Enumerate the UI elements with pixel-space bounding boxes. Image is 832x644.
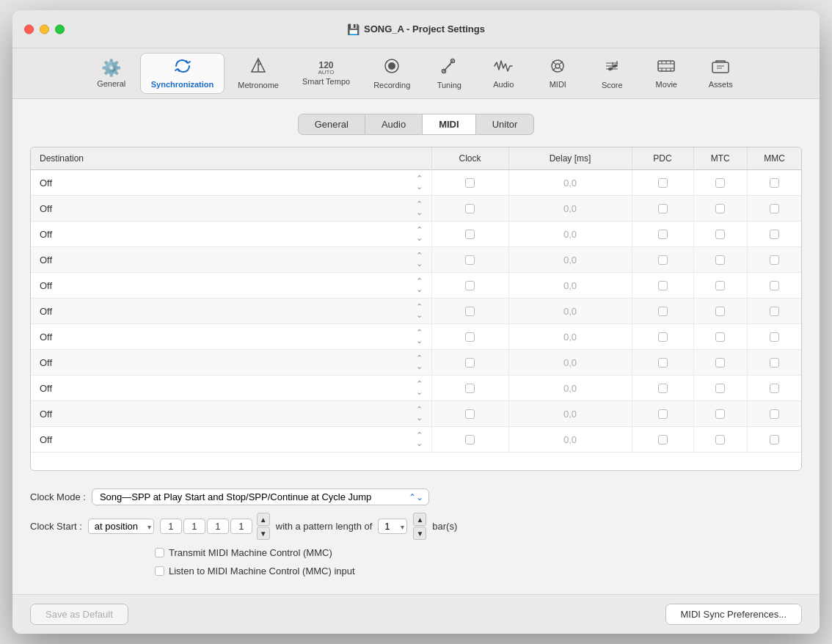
movie-icon xyxy=(657,58,676,78)
traffic-lights xyxy=(24,24,65,34)
delay-cell: 0,0 xyxy=(508,247,632,273)
pdc-checkbox[interactable] xyxy=(658,307,668,316)
transmit-mmc-checkbox[interactable] xyxy=(155,548,164,557)
mtc-checkbox[interactable] xyxy=(715,332,725,342)
destination-stepper[interactable]: ⌃⌄ xyxy=(416,380,423,396)
toolbar-item-metronome[interactable]: Metronome xyxy=(227,53,289,94)
clock-checkbox[interactable] xyxy=(465,435,475,444)
clock-checkbox[interactable] xyxy=(465,255,475,265)
pdc-checkbox[interactable] xyxy=(658,332,668,342)
mtc-checkbox[interactable] xyxy=(715,281,725,290)
zoom-button[interactable] xyxy=(55,24,65,34)
toolbar-item-movie[interactable]: Movie xyxy=(641,54,692,93)
clock-mode-select[interactable]: Song—SPP at Play Start and Stop/SPP/Cont… xyxy=(92,489,429,505)
mtc-checkbox[interactable] xyxy=(715,255,725,265)
destination-stepper[interactable]: ⌃⌄ xyxy=(416,431,423,447)
svg-rect-29 xyxy=(712,62,729,73)
mtc-checkbox[interactable] xyxy=(715,178,725,188)
mtc-checkbox[interactable] xyxy=(715,358,725,367)
mmc-checkbox[interactable] xyxy=(770,358,779,367)
mtc-checkbox[interactable] xyxy=(715,384,725,393)
subtab-audio[interactable]: Audio xyxy=(365,114,423,135)
position-up-btn[interactable]: ▲ xyxy=(257,513,270,526)
mmc-checkbox[interactable] xyxy=(770,178,779,188)
minimize-button[interactable] xyxy=(40,24,49,34)
pdc-checkbox[interactable] xyxy=(658,204,668,213)
destination-stepper[interactable]: ⌃⌄ xyxy=(416,200,423,216)
destination-value: Off xyxy=(40,203,52,214)
clock-mode-label: Clock Mode : xyxy=(30,491,86,502)
mmc-checkbox[interactable] xyxy=(770,230,779,239)
clock-checkbox[interactable] xyxy=(465,358,475,367)
destination-stepper[interactable]: ⌃⌄ xyxy=(416,303,423,319)
clock-checkbox[interactable] xyxy=(465,384,475,393)
pdc-checkbox[interactable] xyxy=(658,178,668,188)
position-down-btn[interactable]: ▼ xyxy=(257,527,270,540)
mmc-checkbox[interactable] xyxy=(770,384,779,393)
mmc-checkbox[interactable] xyxy=(770,281,779,290)
destination-stepper[interactable]: ⌃⌄ xyxy=(416,277,423,293)
delay-cell: 0,0 xyxy=(508,350,632,376)
pdc-checkbox[interactable] xyxy=(658,281,668,290)
subtab-midi[interactable]: MIDI xyxy=(423,114,475,135)
pdc-checkbox[interactable] xyxy=(658,384,668,393)
clock-checkbox[interactable] xyxy=(465,230,475,239)
pdc-cell xyxy=(632,222,693,247)
pattern-length-down-btn[interactable]: ▼ xyxy=(413,527,426,540)
destination-stepper[interactable]: ⌃⌄ xyxy=(416,175,423,191)
destination-stepper[interactable]: ⌃⌄ xyxy=(416,226,423,242)
destination-stepper[interactable]: ⌃⌄ xyxy=(416,406,423,422)
mtc-checkbox[interactable] xyxy=(715,307,725,316)
clock-checkbox[interactable] xyxy=(465,178,475,188)
clock-checkbox[interactable] xyxy=(465,332,475,342)
midi-sync-preferences-button[interactable]: MIDI Sync Preferences... xyxy=(665,604,803,625)
pdc-checkbox[interactable] xyxy=(658,230,668,239)
mmc-checkbox[interactable] xyxy=(770,332,779,342)
close-button[interactable] xyxy=(24,24,34,34)
mtc-checkbox[interactable] xyxy=(715,435,725,444)
pdc-checkbox[interactable] xyxy=(658,435,668,444)
subtab-unitor[interactable]: Unitor xyxy=(476,114,535,135)
pdc-checkbox[interactable] xyxy=(658,358,668,367)
toolbar-item-smart-tempo[interactable]: 120 AUTO Smart Tempo xyxy=(292,56,360,90)
clock-checkbox[interactable] xyxy=(465,281,475,290)
table-row: Off ⌃⌄ 0,0 xyxy=(31,222,801,247)
pdc-checkbox[interactable] xyxy=(658,409,668,419)
destination-stepper[interactable]: ⌃⌄ xyxy=(416,354,423,370)
toolbar-item-recording[interactable]: Recording xyxy=(363,53,420,94)
mmc-checkbox[interactable] xyxy=(770,409,779,419)
pattern-length-up-btn[interactable]: ▲ xyxy=(413,513,426,526)
mmc-checkbox[interactable] xyxy=(770,307,779,316)
pdc-checkbox[interactable] xyxy=(658,255,668,265)
clock-checkbox[interactable] xyxy=(465,204,475,213)
toolbar-item-synchronization[interactable]: Synchronization xyxy=(140,53,225,94)
table-row: Off ⌃⌄ 0,0 xyxy=(31,299,801,324)
mmc-cell xyxy=(748,273,802,299)
toolbar-label-metronome: Metronome xyxy=(238,81,279,89)
toolbar-item-midi[interactable]: MIDI xyxy=(532,54,583,93)
toolbar-label-recording: Recording xyxy=(373,81,410,89)
destination-cell: Off ⌃⌄ xyxy=(31,247,431,273)
mtc-checkbox[interactable] xyxy=(715,230,725,239)
toolbar-item-audio[interactable]: Audio xyxy=(478,54,529,93)
mtc-checkbox[interactable] xyxy=(715,204,725,213)
table-scroll[interactable]: Destination Clock Delay [ms] PDC MTC MMC… xyxy=(31,147,801,470)
subtab-general[interactable]: General xyxy=(298,114,365,135)
mtc-checkbox[interactable] xyxy=(715,409,725,419)
toolbar-item-general[interactable]: ⚙️ General xyxy=(86,54,137,92)
at-position-select[interactable]: at position xyxy=(88,519,154,534)
save-default-button[interactable]: Save as Default xyxy=(30,604,128,625)
clock-checkbox[interactable] xyxy=(465,409,475,419)
mmc-checkbox[interactable] xyxy=(770,435,779,444)
mmc-checkbox[interactable] xyxy=(770,255,779,265)
toolbar-item-tuning[interactable]: Tuning xyxy=(423,53,475,94)
mmc-checkbox[interactable] xyxy=(770,204,779,213)
toolbar-item-score[interactable]: Score xyxy=(586,53,638,94)
listen-mmc-checkbox[interactable] xyxy=(155,566,164,576)
destination-stepper[interactable]: ⌃⌄ xyxy=(416,329,423,345)
clock-checkbox[interactable] xyxy=(465,307,475,316)
mmc-cell xyxy=(748,350,802,376)
pattern-length-select[interactable]: 1 xyxy=(378,519,407,534)
toolbar-item-assets[interactable]: Assets xyxy=(695,54,746,93)
destination-stepper[interactable]: ⌃⌄ xyxy=(416,252,423,268)
